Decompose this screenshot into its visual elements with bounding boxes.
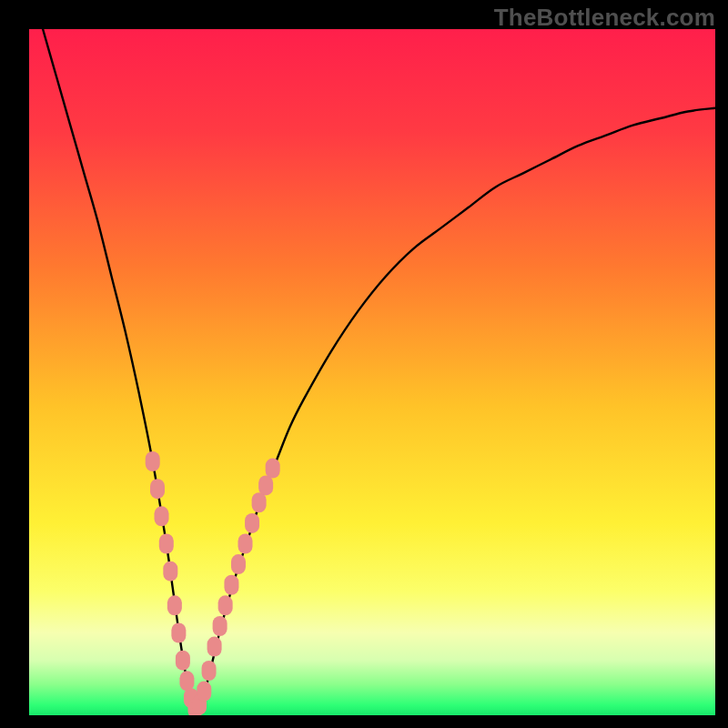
marker-bead: [197, 682, 211, 702]
marker-bead: [258, 475, 273, 495]
marker-bead: [167, 595, 182, 615]
marker-bead: [171, 623, 186, 643]
marker-bead: [155, 506, 169, 526]
marker-bead: [224, 575, 238, 595]
marker-bead: [231, 554, 246, 574]
chart-svg: [29, 29, 715, 715]
marker-bead: [218, 595, 233, 615]
marker-bead: [266, 459, 280, 479]
outer-frame: TheBottleneck.com: [0, 0, 728, 728]
marker-bead: [163, 561, 177, 581]
watermark-text: TheBottleneck.com: [494, 4, 715, 32]
marker-bead: [207, 637, 222, 657]
marker-bead: [213, 616, 228, 636]
marker-bead: [238, 534, 253, 554]
marker-bead: [176, 651, 190, 671]
marker-bead: [146, 451, 160, 471]
marker-bead: [179, 671, 194, 691]
marker-bead: [159, 534, 174, 554]
marker-bead: [252, 492, 267, 512]
marker-bead: [202, 661, 217, 681]
marker-bead: [245, 513, 259, 533]
plot-area: [29, 29, 715, 715]
marker-bead: [150, 479, 165, 499]
